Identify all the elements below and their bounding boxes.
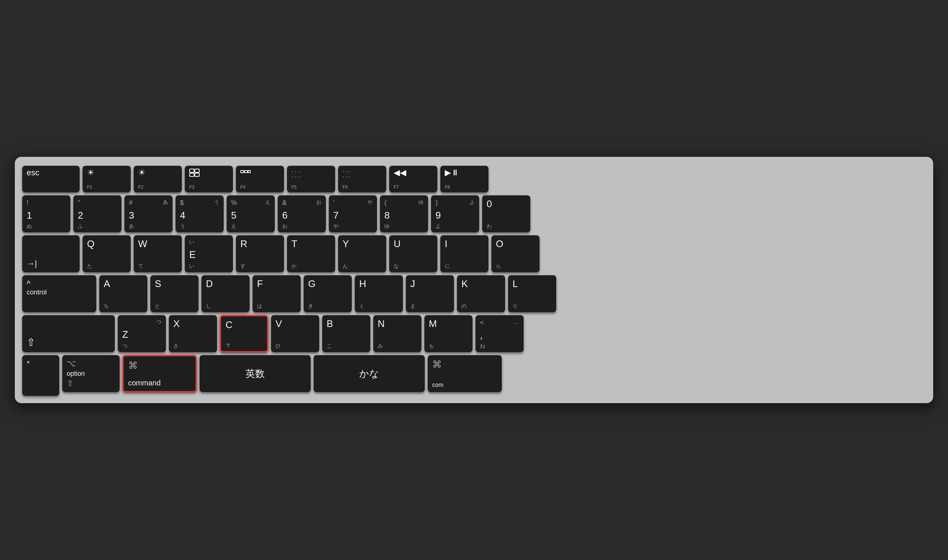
svg-rect-5 — [244, 171, 247, 173]
key-option[interactable]: ⌥ option ⇧ — [62, 355, 120, 392]
key-q[interactable]: Q た — [83, 235, 131, 272]
key-a[interactable]: A ち — [99, 275, 147, 312]
key-i[interactable]: I に — [440, 235, 488, 272]
key-c[interactable]: C そ — [220, 315, 268, 352]
key-esc[interactable]: esc — [22, 166, 80, 192]
key-comma[interactable]: < … , ね — [476, 315, 523, 352]
key-f6[interactable]: · · ·· · · F6 — [338, 166, 386, 192]
key-f8[interactable]: ▶⏸ F8 — [440, 166, 488, 192]
key-u[interactable]: U な — [389, 235, 437, 272]
qwerty-row: →| Q た W て い E い R す T か Y ん U — [22, 235, 926, 272]
number-row: ! 1 ぬ " 2 ふ # あ 3 あ $ う 4 う — [22, 195, 926, 232]
key-f[interactable]: F は — [253, 275, 301, 312]
key-8[interactable]: ( ゆ 8 ゆ — [380, 195, 428, 232]
key-n[interactable]: N み — [373, 315, 422, 352]
key-j[interactable]: J ま — [406, 275, 454, 312]
svg-rect-3 — [195, 173, 199, 177]
asdf-row: ^ control A ち S と D し F は G き H く J — [22, 275, 926, 312]
svg-rect-1 — [195, 169, 199, 172]
key-4[interactable]: $ う 4 う — [176, 195, 224, 232]
key-2[interactable]: " 2 ふ — [73, 195, 122, 232]
key-kana[interactable]: かな — [313, 355, 425, 392]
key-d[interactable]: D し — [201, 275, 250, 312]
key-s[interactable]: S と — [150, 275, 199, 312]
key-x[interactable]: X さ — [169, 315, 217, 352]
key-f7[interactable]: ◀◀ F7 — [389, 166, 437, 192]
key-command-left[interactable]: ⌘ command — [123, 355, 197, 392]
key-t[interactable]: T か — [287, 235, 335, 272]
svg-rect-0 — [190, 169, 194, 172]
key-f3[interactable]: F3 — [185, 166, 233, 192]
key-o[interactable]: O ら — [491, 235, 540, 272]
zxcv-row: ⇧ つ Z つ X さ C そ V ひ B こ N み M も — [22, 315, 926, 352]
key-b[interactable]: B こ — [322, 315, 370, 352]
fn-row: esc ☀︎ F1 ☀ F2 F3 F4 · · ·· · · F5 · · · — [22, 166, 926, 192]
key-g[interactable]: G き — [304, 275, 352, 312]
key-e[interactable]: い E い — [185, 235, 233, 272]
key-0[interactable]: 0 わ — [482, 195, 530, 232]
key-f5[interactable]: · · ·· · · F5 — [287, 166, 335, 192]
svg-rect-2 — [190, 173, 194, 177]
bottom-row: ● ⌥ option ⇧ ⌘ command 英数 かな ⌘ com — [22, 355, 926, 396]
key-shift-left[interactable]: ⇧ — [22, 315, 115, 352]
key-9[interactable]: ) よ 9 よ — [431, 195, 479, 232]
key-command-right[interactable]: ⌘ com — [428, 355, 502, 392]
key-v[interactable]: V ひ — [271, 315, 319, 352]
key-k[interactable]: K の — [457, 275, 505, 312]
key-5[interactable]: % え 5 え — [227, 195, 275, 232]
key-7[interactable]: ' や 7 や — [329, 195, 377, 232]
svg-rect-4 — [241, 171, 244, 173]
key-l[interactable]: L り — [508, 275, 556, 312]
key-tab[interactable]: →| — [22, 235, 80, 272]
svg-rect-6 — [248, 171, 250, 173]
key-w[interactable]: W て — [134, 235, 182, 272]
key-h[interactable]: H く — [355, 275, 403, 312]
key-f1[interactable]: ☀︎ F1 — [83, 166, 131, 192]
key-f4[interactable]: F4 — [236, 166, 284, 192]
key-m[interactable]: M も — [425, 315, 472, 352]
key-y[interactable]: Y ん — [338, 235, 386, 272]
key-z[interactable]: つ Z つ — [118, 315, 166, 352]
key-eisuu[interactable]: 英数 — [199, 355, 311, 392]
key-r[interactable]: R す — [236, 235, 284, 272]
key-dot[interactable]: ● — [22, 355, 59, 396]
key-3[interactable]: # あ 3 あ — [124, 195, 173, 232]
key-1[interactable]: ! 1 ぬ — [22, 195, 70, 232]
key-6[interactable]: & お 6 お — [278, 195, 326, 232]
key-f2[interactable]: ☀ F2 — [134, 166, 182, 192]
keyboard: esc ☀︎ F1 ☀ F2 F3 F4 · · ·· · · F5 · · · — [15, 157, 933, 403]
key-control[interactable]: ^ control — [22, 275, 96, 312]
